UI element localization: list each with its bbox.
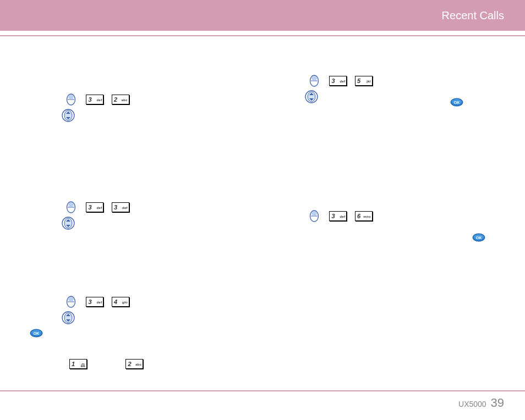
footer-rule <box>0 390 525 391</box>
key-3-icon: 3def <box>86 95 103 104</box>
softkey-icon <box>66 93 76 106</box>
key-2-icon: 2abc <box>112 95 129 104</box>
ok-button-icon <box>450 98 463 107</box>
header-title: Recent Calls <box>442 9 504 22</box>
key-6-icon: 6mno <box>355 211 373 221</box>
key-3-icon: 3def <box>329 211 347 221</box>
key-1-icon: 1@o.o <box>69 359 87 369</box>
header-bar: Recent Calls <box>0 0 525 31</box>
ok-button-icon <box>30 329 43 338</box>
footer-model: UX5000 <box>458 400 486 408</box>
header-rule <box>0 35 525 36</box>
key-3-icon: 3def <box>112 202 129 212</box>
softkey-icon <box>66 296 76 308</box>
softkey-icon <box>309 210 319 222</box>
ok-button-icon <box>472 233 485 242</box>
key-3-icon: 3def <box>86 202 103 212</box>
nav-icon <box>62 217 75 230</box>
page-body: 3def 2abc 3def 3def 3def 4ghi <box>0 38 525 387</box>
nav-icon <box>62 311 75 324</box>
page-number: 39 <box>491 396 504 410</box>
softkey-icon <box>66 201 76 213</box>
key-5-icon: 5jkl <box>355 76 373 86</box>
key-4-icon: 4ghi <box>112 297 129 307</box>
key-2-icon: 2abc <box>125 359 143 369</box>
softkey-icon <box>309 75 319 87</box>
nav-icon <box>305 90 318 103</box>
nav-icon <box>62 109 75 122</box>
key-3-icon: 3def <box>329 76 347 86</box>
footer: UX5000 39 <box>458 396 504 410</box>
key-3-icon: 3def <box>86 297 103 307</box>
